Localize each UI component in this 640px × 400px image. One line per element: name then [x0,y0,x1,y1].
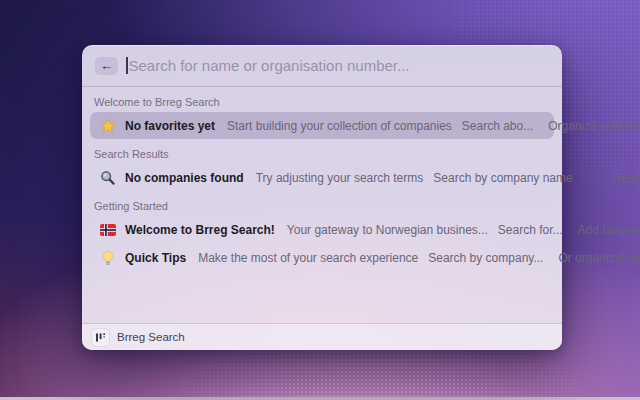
item-accessory-right: Add favorites with ⌘F [578,223,640,237]
item-title: Quick Tips [125,251,186,265]
item-title: No favorites yet [125,119,215,133]
item-accessory-right: Or organization number [558,251,640,265]
section-header-search-results: Search Results [94,148,550,160]
back-arrow-icon: ← [100,59,113,72]
text-cursor [126,57,128,74]
item-accessory: Search by company... [428,251,543,265]
item-subtitle: Start building your collection of compan… [227,119,452,133]
lightbulb-icon [100,250,116,266]
list-item-no-favorites[interactable]: No favorites yet Start building your col… [90,112,554,139]
item-accessory: Search by company name [433,171,572,185]
section-header-getting-started: Getting Started [94,200,550,212]
app-name-label: Brreg Search [117,331,185,343]
item-accessory: ... [588,171,598,185]
item-title: No companies found [125,171,244,185]
search-input[interactable] [129,57,550,74]
item-accessory-right: Organize with custom emojis [548,119,640,133]
norway-flag-icon [100,222,116,238]
search-bar: ← [82,45,562,86]
item-accessory: Search abo... [462,119,533,133]
item-accessory: Search for... [498,223,563,237]
magnifier-icon [100,170,116,186]
list-item-welcome[interactable]: Welcome to Brreg Search! Your gateway to… [90,216,554,243]
item-subtitle: Your gateway to Norwegian busines... [287,223,488,237]
list-item-no-companies[interactable]: No companies found Try adjusting your se… [90,164,554,191]
section-header-welcome: Welcome to Brreg Search [94,96,550,108]
list-item-quick-tips[interactable]: Quick Tips Make the most of your search … [90,244,554,271]
star-icon [100,118,116,134]
search-divider [82,86,562,87]
back-button[interactable]: ← [95,57,118,75]
results-list: Welcome to Brreg Search No favorites yet… [82,96,562,271]
item-subtitle: Try adjusting your search terms [256,171,424,185]
launcher-window: ← Welcome to Brreg Search No favorites y… [82,45,562,350]
item-accessory-right: Results appear here [613,171,640,185]
item-title: Welcome to Brreg Search! [125,223,275,237]
status-bar: Brreg Search [82,323,562,350]
brreg-logo-icon [92,329,109,346]
item-subtitle: Make the most of your search experience [198,251,418,265]
